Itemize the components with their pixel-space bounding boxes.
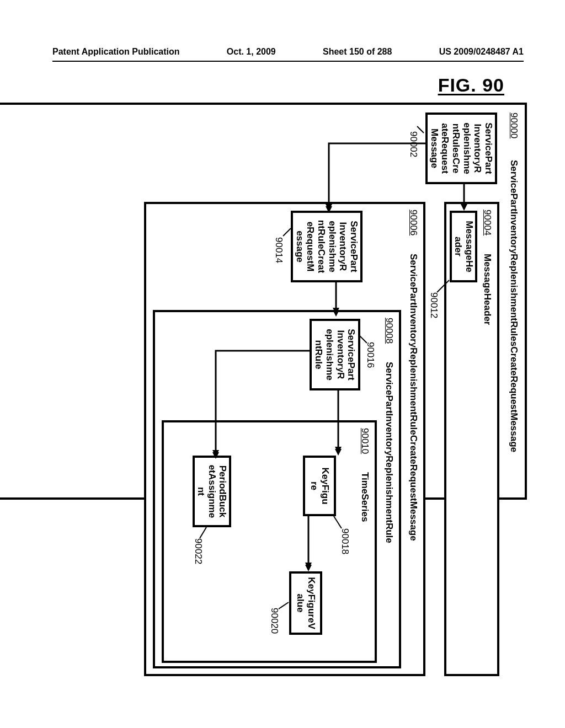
header-divider [52, 61, 524, 62]
sheet-number: Sheet 150 of 288 [323, 47, 392, 57]
arrow [332, 390, 343, 456]
leader-line [437, 280, 449, 292]
keyfigure-node-text: KeyFigure [308, 467, 330, 504]
keyfigure-node-ref: 90018 [339, 528, 350, 554]
rule-node: ServicePartInventoryReplenishmentRule [310, 319, 360, 390]
keyfigure-node: KeyFigure [303, 456, 336, 516]
publication-number: US 2009/0248487 A1 [439, 47, 524, 57]
arrow [460, 184, 468, 208]
leader-line [359, 335, 367, 343]
rule-region-label: ServicePartInventoryReplenishmentRule [383, 362, 395, 543]
svg-line-5 [359, 335, 367, 343]
arrow [321, 143, 425, 213]
leader-line [334, 516, 342, 528]
inner-request-region-ref: 90006 [408, 210, 419, 235]
message-header-region: 90004 MessageHeader MessageHeader [444, 202, 499, 676]
leader-line [283, 228, 291, 236]
keyfigurevalue-node-text: KeyFigureValue [295, 577, 316, 629]
leader-line [417, 126, 424, 133]
rule-node-ref: 90016 [365, 342, 376, 368]
request-message-node-text: ServicePartInventoryReplenishmentRuleCre… [294, 220, 359, 273]
page: Patent Application Publication Oct. 1, 2… [0, 0, 565, 728]
header-row: Patent Application Publication Oct. 1, 2… [52, 47, 524, 57]
rule-region-ref: 90008 [383, 318, 395, 344]
request-message-node: ServicePartInventoryReplenishmentRuleCre… [291, 211, 363, 282]
outer-region-ref: 90000 [508, 113, 519, 138]
message-header-region-ref: 90004 [482, 210, 493, 235]
outer-region-label: ServicePartInventoryReplenishmentRulesCr… [508, 160, 519, 452]
keyfigurevalue-node-ref: 90020 [269, 608, 280, 634]
publication-date: Oct. 1, 2009 [227, 47, 276, 57]
svg-line-6 [334, 516, 342, 528]
arrow [302, 516, 313, 571]
periodbucket-node-text: PeriodBucketAssignment [196, 465, 228, 518]
svg-line-0 [417, 126, 424, 133]
timeseries-region-label: TimeSeries [359, 472, 370, 522]
arrow [329, 282, 340, 317]
keyfigurevalue-node: KeyFigureValue [289, 571, 322, 635]
root-node: ServicePartInventoryReplenishmentRulesCr… [425, 113, 497, 184]
leader-line [279, 602, 289, 609]
root-node-text: ServicePartInventoryReplenishmentRulesCr… [429, 122, 493, 174]
inner-request-region: 90006 ServicePartInventoryReplenishmentR… [144, 202, 425, 676]
diagram-frame: 90000 ServicePartInventoryReplenishmentR… [0, 103, 527, 500]
publication-label: Patent Application Publication [52, 47, 180, 57]
svg-line-1 [437, 280, 449, 292]
periodbucket-node: PeriodBucketAssignment [193, 456, 231, 527]
timeseries-region-ref: 90010 [359, 428, 370, 454]
leader-line [200, 527, 206, 538]
periodbucket-node-ref: 90022 [193, 538, 204, 564]
svg-line-8 [200, 527, 206, 538]
message-header-node-text: MessageHeader [452, 221, 474, 272]
svg-line-4 [283, 228, 291, 236]
message-header-node-ref: 90012 [428, 292, 439, 318]
message-header-node: MessageHeader [450, 211, 477, 282]
svg-line-7 [279, 602, 289, 609]
rule-node-text: ServicePartInventoryReplenishmentRule [313, 329, 356, 381]
message-header-region-label: MessageHeader [482, 254, 493, 325]
request-message-node-ref: 90014 [273, 237, 284, 263]
inner-request-region-label: ServicePartInventoryReplenishmentRuleCre… [408, 254, 419, 541]
figure-title: FIG. 90 [438, 74, 504, 96]
arrow [210, 351, 310, 459]
rule-region: 90008 ServicePartInventoryReplenishmentR… [153, 310, 401, 668]
